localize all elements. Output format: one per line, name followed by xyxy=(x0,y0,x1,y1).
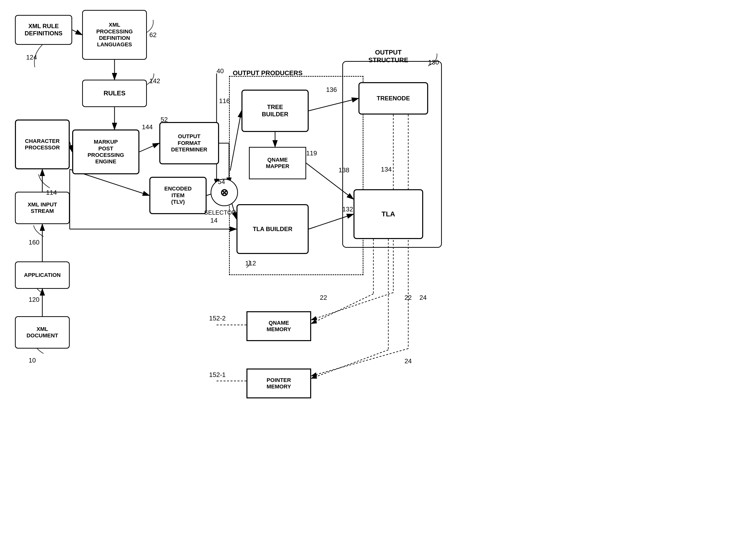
lbl-116: 116 xyxy=(219,97,230,105)
lbl-14: 14 xyxy=(210,217,218,224)
lbl-152-2: 152-2 xyxy=(209,315,226,322)
xml-rule-def-box: XML RULE DEFINITIONS xyxy=(15,15,72,45)
lbl-138: 138 xyxy=(339,166,349,174)
lbl-142: 142 xyxy=(150,77,160,85)
lbl-62: 62 xyxy=(150,31,157,39)
tla-box: TLA xyxy=(353,189,423,239)
tla-builder-label: TLA BUILDER xyxy=(253,226,292,233)
treenode-box: TREENODE xyxy=(358,82,428,115)
lbl-134: 134 xyxy=(381,166,392,173)
xml-proc-def-lang-label: XMLPROCESSINGDEFINITIONLANGUAGES xyxy=(96,22,133,48)
pointer-memory-box: POINTERMEMORY xyxy=(246,369,311,398)
lbl-119: 119 xyxy=(306,149,317,157)
qname-mapper-box: QNAMEMAPPER xyxy=(249,147,306,179)
char-proc-label: CHARACTERPROCESSOR xyxy=(25,138,60,151)
lbl-136: 136 xyxy=(326,86,337,94)
lbl-24b: 24 xyxy=(405,357,412,365)
tla-builder-box: TLA BUILDER xyxy=(236,204,309,254)
lbl-output-producers: OUTPUT PRODUCERS xyxy=(233,69,302,77)
lbl-114: 114 xyxy=(46,189,57,197)
svg-line-25 xyxy=(311,348,408,376)
tree-builder-box: TREEBUILDER xyxy=(241,90,309,132)
svg-line-0 xyxy=(72,30,82,35)
encoded-item-label: ENCODEDITEM(TLV) xyxy=(164,185,192,205)
xml-document-box: XMLDOCUMENT xyxy=(15,316,70,348)
lbl-22b: 22 xyxy=(405,294,412,301)
qname-memory-label: QNAMEMEMORY xyxy=(267,320,291,333)
lbl-132: 132 xyxy=(342,206,353,213)
diagram: XML RULE DEFINITIONS XMLPROCESSINGDEFINI… xyxy=(0,0,756,554)
xml-input-stream-label: XML INPUTSTREAM xyxy=(27,202,57,215)
encoded-item-box: ENCODEDITEM(TLV) xyxy=(150,177,207,214)
rules-box: RULES xyxy=(82,80,147,107)
output-format-det-label: OUTPUTFORMATDETERMINER xyxy=(171,133,207,153)
rules-label: RULES xyxy=(104,90,125,97)
lbl-130: 130 xyxy=(428,58,439,66)
lbl-output-structure: OUTPUTSTRUCTURE xyxy=(363,49,413,64)
svg-line-3 xyxy=(139,143,159,152)
markup-post-label: MARKUPPOSTPROCESSINGENGINE xyxy=(88,139,124,165)
svg-line-6 xyxy=(70,142,72,152)
lbl-112: 112 xyxy=(245,260,256,267)
application-box: APPLICATION xyxy=(15,262,70,289)
treenode-label: TREENODE xyxy=(376,95,410,102)
markup-post-box: MARKUPPOSTPROCESSINGENGINE xyxy=(72,129,139,174)
lbl-152-1: 152-1 xyxy=(209,371,226,379)
tree-builder-label: TREEBUILDER xyxy=(262,104,289,118)
lbl-40: 40 xyxy=(217,67,224,75)
xml-proc-def-lang-box: XMLPROCESSINGDEFINITIONLANGUAGES xyxy=(82,10,147,60)
svg-line-29 xyxy=(311,350,388,379)
output-format-det-box: OUTPUTFORMATDETERMINER xyxy=(159,122,219,164)
xml-rule-def-label: XML RULE DEFINITIONS xyxy=(18,23,69,37)
lbl-54: 54 xyxy=(218,178,225,186)
tla-label: TLA xyxy=(382,210,395,218)
pointer-memory-label: POINTERMEMORY xyxy=(267,377,291,390)
qname-memory-box: QNAMEMEMORY xyxy=(246,311,311,341)
xml-document-label: XMLDOCUMENT xyxy=(26,326,58,339)
selector-cross-icon: ⊗ xyxy=(220,187,229,198)
selector-label: SELECTOR xyxy=(204,209,236,216)
char-proc-box: CHARACTERPROCESSOR xyxy=(15,119,70,169)
lbl-120: 120 xyxy=(28,296,39,303)
lbl-10: 10 xyxy=(28,356,36,364)
lbl-52: 52 xyxy=(161,116,168,123)
lbl-160: 160 xyxy=(28,238,39,246)
lbl-22a: 22 xyxy=(320,294,327,301)
qname-mapper-label: QNAMEMAPPER xyxy=(266,157,289,170)
application-label: APPLICATION xyxy=(24,272,60,278)
lbl-24a: 24 xyxy=(419,294,427,301)
lbl-144: 144 xyxy=(142,123,153,131)
lbl-124: 124 xyxy=(26,54,37,61)
xml-input-stream-box: XML INPUTSTREAM xyxy=(15,192,70,224)
